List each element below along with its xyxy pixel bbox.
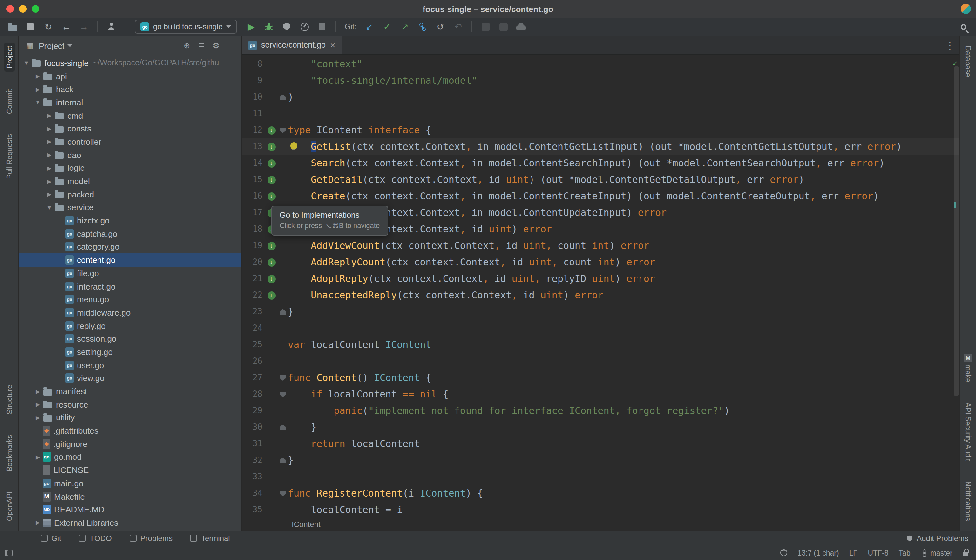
- tree-item-api[interactable]: ▶api: [19, 70, 241, 83]
- implemented-icon[interactable]: ↓: [267, 192, 276, 200]
- tree-item-gitattributes[interactable]: .gitattributes: [19, 425, 241, 437]
- code-line-26[interactable]: 26: [242, 353, 959, 370]
- chevron-right-icon[interactable]: ▶: [33, 388, 43, 395]
- line-number[interactable]: 31: [242, 435, 265, 452]
- chevron-right-icon[interactable]: ▶: [45, 152, 54, 158]
- tool-window-button-git[interactable]: Git: [41, 533, 61, 543]
- close-tab-icon[interactable]: ×: [330, 41, 335, 50]
- code-line-13[interactable]: 13↓ GetList(ctx context.Context, in mode…: [242, 138, 959, 155]
- implemented-icon[interactable]: ↓: [267, 291, 276, 299]
- tree-item-content-go[interactable]: gocontent.go: [19, 253, 241, 267]
- readonly-lock-icon[interactable]: [963, 552, 968, 556]
- fold-marker[interactable]: [280, 375, 286, 381]
- user-settings-button[interactable]: [104, 20, 119, 33]
- cloud-button[interactable]: [513, 20, 529, 33]
- breadcrumb-item[interactable]: IContent: [292, 520, 321, 528]
- audit-problems-button[interactable]: Audit Problems: [906, 533, 968, 543]
- search-everywhere-button[interactable]: [956, 20, 971, 33]
- tree-item-license[interactable]: LICENSE: [19, 464, 241, 477]
- tree-item-cmd[interactable]: ▶cmd: [19, 109, 241, 122]
- git-branch-widget[interactable]: master: [921, 549, 953, 557]
- line-number[interactable]: 12: [242, 122, 265, 138]
- code-line-33[interactable]: 33: [242, 468, 959, 485]
- line-number[interactable]: 11: [242, 105, 265, 122]
- run-button[interactable]: ▶: [244, 20, 259, 33]
- chevron-right-icon[interactable]: ▶: [33, 401, 43, 408]
- project-panel-title[interactable]: Project: [39, 41, 65, 50]
- open-folder-button[interactable]: [5, 20, 20, 33]
- stripe-item-notifications[interactable]: Notifications: [963, 478, 973, 525]
- stripe-item-database[interactable]: Database: [963, 43, 973, 80]
- chevron-right-icon[interactable]: ▶: [45, 178, 54, 185]
- stripe-item-project[interactable]: Project: [4, 43, 14, 72]
- code-line-20[interactable]: 20↓ AddReplyCount(ctx context.Context, i…: [242, 254, 959, 270]
- code-line-29[interactable]: 29 panic("implement not found for interf…: [242, 403, 959, 419]
- line-number[interactable]: 22: [242, 287, 265, 303]
- line-number[interactable]: 13: [242, 138, 265, 155]
- chevron-right-icon[interactable]: ▶: [45, 139, 54, 145]
- coverage-button[interactable]: [279, 20, 294, 33]
- scrollbar-thumb[interactable]: [954, 66, 959, 396]
- tree-item-readme-md[interactable]: MDREADME.MD: [19, 503, 241, 516]
- stripe-item-openapi[interactable]: OpenAPI: [4, 488, 14, 525]
- line-number[interactable]: 28: [242, 386, 265, 403]
- tree-item-manifest[interactable]: ▶manifest: [19, 385, 241, 398]
- tree-item-logic[interactable]: ▶logic: [19, 162, 241, 175]
- tree-item-model[interactable]: ▶model: [19, 175, 241, 188]
- line-number[interactable]: 25: [242, 337, 265, 353]
- stripe-item-bookmarks[interactable]: Bookmarks: [4, 432, 14, 475]
- tree-item-go-mod[interactable]: ▶gogo.mod: [19, 450, 241, 463]
- chevron-down-icon[interactable]: ▼: [22, 60, 31, 67]
- fold-marker[interactable]: [280, 309, 286, 315]
- tab-options-button[interactable]: ⋮: [941, 36, 959, 54]
- sync-button[interactable]: ↻: [41, 20, 56, 33]
- tree-item-category-go[interactable]: gocategory.go: [19, 240, 241, 253]
- code-line-30[interactable]: 30 }: [242, 419, 959, 435]
- implemented-icon[interactable]: ↓: [267, 175, 276, 184]
- implemented-icon[interactable]: ↓: [267, 143, 276, 151]
- tree-item-consts[interactable]: ▶consts: [19, 122, 241, 135]
- line-number[interactable]: 19: [242, 237, 265, 254]
- chevron-right-icon[interactable]: ▶: [33, 415, 43, 421]
- git-push-button[interactable]: ↗: [397, 20, 413, 33]
- hide-panel-button[interactable]: ─: [225, 41, 236, 50]
- line-number[interactable]: 26: [242, 353, 265, 370]
- line-number[interactable]: 15: [242, 172, 265, 188]
- line-number[interactable]: 24: [242, 320, 265, 337]
- line-separator[interactable]: LF: [849, 549, 858, 557]
- tree-item-focus-single[interactable]: ▼focus-single~/Workspace/Go/GOPATH/src/g…: [19, 57, 241, 70]
- collapse-all-button[interactable]: ≣: [196, 41, 207, 50]
- fold-marker[interactable]: [280, 425, 286, 430]
- code-line-8[interactable]: 8 "context": [242, 56, 959, 72]
- implemented-icon[interactable]: ↓: [267, 159, 276, 167]
- chevron-down-icon[interactable]: [68, 45, 73, 47]
- fold-marker[interactable]: [280, 392, 286, 397]
- code-line-14[interactable]: 14↓ Search(ctx context.Context, in model…: [242, 155, 959, 172]
- git-branches-button[interactable]: [415, 20, 430, 33]
- implemented-icon[interactable]: ↓: [267, 275, 276, 283]
- tree-item-middleware-go[interactable]: gomiddleware.go: [19, 306, 241, 319]
- line-number[interactable]: 8: [242, 56, 265, 72]
- chevron-right-icon[interactable]: ▶: [45, 165, 54, 172]
- tree-item-controller[interactable]: ▶controller: [19, 135, 241, 148]
- git-commit-button[interactable]: ✓: [379, 20, 394, 33]
- tree-item-bizctx-go[interactable]: gobizctx.go: [19, 214, 241, 227]
- tree-item-internal[interactable]: ▼internal: [19, 96, 241, 109]
- data-sharing-indicator[interactable]: [780, 549, 787, 556]
- tree-item-utility[interactable]: ▶utility: [19, 411, 241, 424]
- code-line-15[interactable]: 15↓ GetDetail(ctx context.Context, id ui…: [242, 172, 959, 188]
- tree-item-file-go[interactable]: gofile.go: [19, 267, 241, 280]
- shelf-button[interactable]: [478, 20, 493, 33]
- code-line-31[interactable]: 31 return localContent: [242, 435, 959, 452]
- line-number[interactable]: 14: [242, 155, 265, 172]
- locate-file-button[interactable]: ⊕: [181, 41, 192, 50]
- fold-marker[interactable]: [280, 457, 286, 463]
- caret-position[interactable]: 13:7 (1 char): [797, 549, 839, 557]
- code-line-32[interactable]: 32}: [242, 452, 959, 468]
- tree-item-session-go[interactable]: gosession.go: [19, 332, 241, 345]
- back-button[interactable]: ←: [58, 20, 74, 33]
- run-config-selector[interactable]: go go build focus-single: [135, 20, 237, 33]
- line-number[interactable]: 34: [242, 485, 265, 502]
- save-all-button[interactable]: [23, 20, 38, 33]
- code-line-24[interactable]: 24: [242, 320, 959, 337]
